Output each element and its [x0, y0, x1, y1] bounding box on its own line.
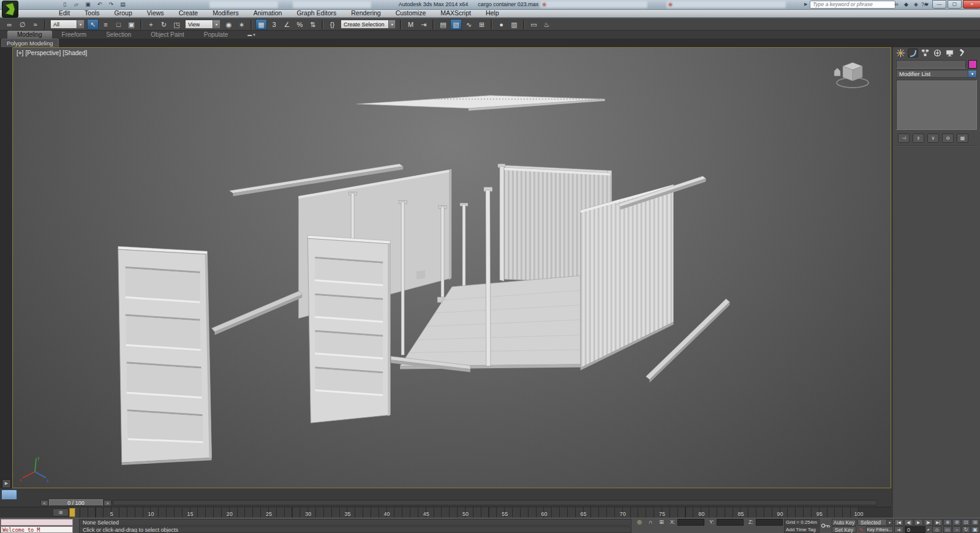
pan-view-icon[interactable]: ⇔ [952, 526, 961, 533]
select-by-name-icon[interactable]: ≡ [100, 19, 111, 30]
select-and-manipulate-icon[interactable]: ∗ [236, 19, 247, 30]
percent-snap-icon[interactable]: % [294, 19, 306, 30]
ribbon-tab-selection[interactable]: Selection [96, 31, 141, 39]
current-frame-marker[interactable] [69, 508, 75, 517]
ribbon-minimize-button[interactable]: ▬ ▾ [247, 31, 255, 39]
isolate-selection-icon[interactable]: ◎ [635, 519, 644, 526]
subscription-center-icon[interactable]: ◆ [902, 1, 910, 8]
menu-modifiers[interactable]: Modifiers [205, 9, 246, 17]
toolbar-separator[interactable] [491, 20, 492, 29]
maxscript-mini-listener-white[interactable]: Welcome to M [1, 526, 73, 533]
add-time-tag-field[interactable]: Add Time Tag [784, 526, 820, 533]
angle-snap-icon[interactable]: ∠ [281, 19, 293, 30]
redo-icon[interactable]: ↷ [107, 1, 116, 8]
absolute-mode-icon[interactable]: ⊞ [657, 519, 666, 526]
pin-stack-button[interactable]: ⊣ [898, 134, 910, 143]
named-selection-dropdown[interactable]: Create Selection Se ▾ [341, 20, 396, 29]
new-scene-icon[interactable]: ▯ [60, 1, 69, 8]
track-bar[interactable]: ⊞ 05101520253035404550556065707580859095… [0, 507, 891, 518]
toggle-ribbon-icon[interactable]: ▧ [450, 19, 462, 30]
viewport-menu-shading[interactable]: [Shaded] [62, 50, 87, 56]
time-configuration-button[interactable]: ◷ [932, 526, 941, 533]
menu-help[interactable]: Help [478, 9, 507, 17]
viewcube[interactable] [829, 55, 873, 91]
open-mini-curve-editor-button[interactable]: ⊞ [53, 508, 69, 516]
y-coord-field[interactable] [717, 519, 744, 526]
rect-selection-region-icon[interactable]: □ [113, 19, 124, 30]
render-production-icon[interactable]: ♨ [541, 19, 552, 30]
time-slider-handle[interactable]: 0 / 100 [49, 499, 103, 506]
toolbar-separator[interactable] [400, 20, 402, 29]
object-name-field[interactable] [896, 60, 966, 69]
menu-rendering[interactable]: Rendering [344, 9, 388, 17]
time-slider-track[interactable] [113, 500, 877, 505]
infocenter-search-icon[interactable]: ∞ [892, 1, 900, 8]
menu-animation[interactable]: Animation [246, 9, 290, 17]
hierarchy-tab-icon[interactable] [920, 48, 930, 58]
set-key-button[interactable]: Set Key [832, 526, 856, 533]
menu-group[interactable]: Group [107, 9, 140, 17]
zoom-extents-all-icon[interactable]: ⊞ [971, 519, 979, 526]
reference-coordinate-dropdown[interactable]: View ▾ [185, 20, 221, 29]
undo-icon[interactable]: ↶ [95, 1, 104, 8]
menu-tools[interactable]: Tools [77, 9, 107, 17]
rendered-frame-window-icon[interactable]: ▭ [528, 19, 540, 30]
selection-filter-dropdown[interactable]: All ▾ [50, 20, 85, 29]
align-icon[interactable]: ⇥ [418, 19, 429, 30]
use-pivot-center-icon[interactable]: ◉ [223, 19, 235, 30]
menu-maxscript[interactable]: MAXScript [433, 9, 478, 17]
material-editor-icon[interactable]: ● [496, 19, 507, 30]
orbit-view-icon[interactable]: ↻ [962, 526, 970, 533]
select-and-rotate-icon[interactable]: ↻ [158, 19, 170, 30]
search-input[interactable]: Type a keyword or phrase [810, 1, 895, 9]
menu-create[interactable]: Create [172, 9, 206, 17]
z-coord-field[interactable] [756, 519, 783, 526]
project-folder-icon[interactable]: ▤ [118, 1, 127, 8]
modify-tab-icon[interactable] [908, 48, 918, 58]
ribbon-panel-polygon-modeling[interactable]: Polygon Modeling [1, 39, 59, 47]
make-unique-button[interactable]: ∨ [927, 134, 939, 143]
save-file-icon[interactable]: ▣ [83, 1, 92, 8]
perspective-viewport[interactable]: [+][Perspective][Shaded] [12, 47, 891, 488]
close-button[interactable]: × [963, 0, 980, 9]
snaps-toggle-icon[interactable]: 3 [268, 19, 280, 30]
previous-frame-button[interactable]: ◀| [904, 519, 913, 526]
motion-tab-icon[interactable] [932, 48, 943, 58]
selection-lock-icon[interactable]: ∩ [646, 519, 655, 526]
zoom-region-icon[interactable]: ▭ [943, 526, 952, 533]
menu-customize[interactable]: Customize [388, 9, 434, 17]
open-file-icon[interactable]: ▱ [72, 1, 81, 8]
x-coord-field[interactable] [677, 519, 704, 526]
toolbar-separator[interactable] [322, 20, 323, 29]
help-menu-button[interactable]: ? ▾ [919, 1, 931, 8]
select-object-icon[interactable]: ↖ [87, 19, 99, 30]
schematic-view-icon[interactable]: ⊞ [476, 19, 488, 30]
window-crossing-icon[interactable]: ▣ [126, 19, 137, 30]
toolbar-separator[interactable] [523, 20, 525, 29]
render-setup-icon[interactable]: ▥ [508, 19, 520, 30]
go-to-start-button[interactable]: |◀ [894, 519, 903, 526]
viewport-3d-model[interactable] [13, 48, 891, 488]
utilities-tab-icon[interactable] [957, 48, 967, 58]
application-menu-button[interactable] [2, 1, 18, 18]
display-tab-icon[interactable] [944, 48, 955, 58]
current-frame-field[interactable]: 0 [905, 526, 925, 533]
menu-views[interactable]: Views [140, 9, 172, 17]
expand-panel-arrow-icon[interactable]: ▶ [2, 479, 11, 488]
animate-mode-dropdown[interactable]: Selected▼ [858, 519, 893, 526]
ribbon-tab-object-paint[interactable]: Object Paint [141, 31, 194, 39]
unlink-selection-icon[interactable]: ∅ [17, 19, 28, 30]
infocenter-expand-icon[interactable]: ▶ [804, 2, 807, 7]
go-to-end-button[interactable]: ▶| [933, 519, 943, 526]
mirror-icon[interactable]: M [405, 19, 417, 30]
curve-editor-icon[interactable]: ∿ [463, 19, 475, 30]
maximize-viewport-toggle-icon[interactable]: ▣ [971, 526, 979, 533]
menu-graph-editors[interactable]: Graph Editors [289, 9, 344, 17]
toolbar-separator[interactable] [44, 20, 46, 29]
keyboard-shortcut-override-icon[interactable]: ▦ [255, 19, 267, 30]
remove-modifier-button[interactable]: ⊖ [942, 134, 954, 143]
key-mode-toggle-button[interactable]: ⇉ [894, 526, 903, 533]
maximize-button[interactable]: ▢ [948, 0, 962, 9]
bind-to-spacewarp-icon[interactable]: ≈ [29, 19, 41, 30]
zoom-extents-icon[interactable]: ⊡ [962, 519, 970, 526]
